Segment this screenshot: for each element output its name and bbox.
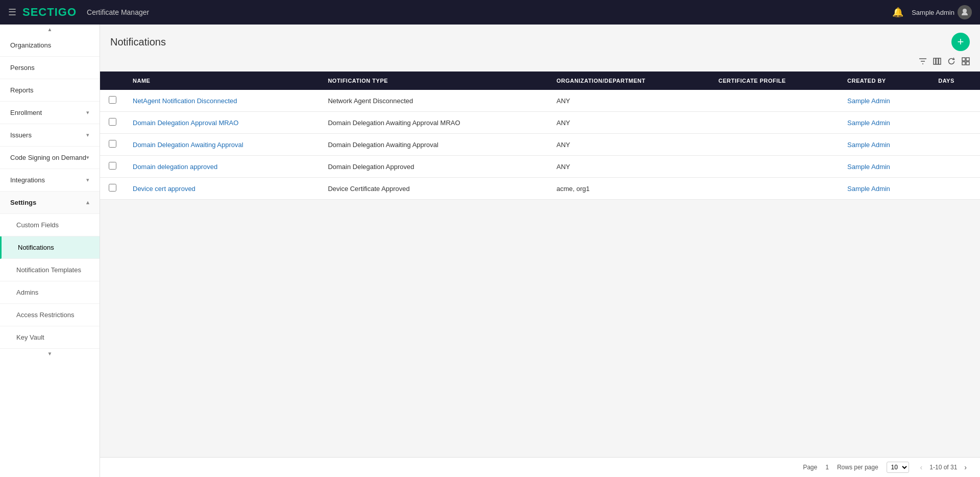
created-by-link[interactable]: Sample Admin (847, 97, 890, 105)
row-notification-type: Domain Delegation Awaiting Approval (320, 134, 548, 156)
col-cert-profile[interactable]: CERTIFICATE PROFILE (710, 71, 839, 90)
filter-icon[interactable] (919, 57, 927, 67)
sidebar-item-organizations[interactable]: Organizations (0, 34, 100, 57)
row-created-by: Sample Admin (839, 90, 930, 112)
row-checkbox-cell (100, 156, 125, 178)
chevron-down-icon: ▾ (86, 177, 89, 183)
row-checkbox-cell (100, 90, 125, 112)
sidebar-item-enrollment[interactable]: Enrollment ▾ (0, 102, 100, 124)
pagination-controls: ‹ 1-10 of 31 › (917, 462, 970, 472)
sidebar-label-settings: Settings (10, 199, 36, 206)
table-row: Device cert approvedDevice Certificate A… (100, 178, 980, 200)
row-checkbox-cell (100, 178, 125, 200)
row-org-dept: ANY (548, 112, 710, 134)
row-checkbox[interactable] (109, 118, 116, 126)
sidebar-item-integrations[interactable]: Integrations ▾ (0, 169, 100, 192)
columns-icon[interactable] (933, 57, 941, 67)
sidebar-item-issuers[interactable]: Issuers ▾ (0, 124, 100, 147)
row-name: Device cert approved (125, 178, 320, 200)
row-notification-type: Domain Delegation Approved (320, 156, 548, 178)
sidebar-item-notification-templates[interactable]: Notification Templates (0, 259, 100, 281)
row-name: Domain delegation approved (125, 156, 320, 178)
row-cert-profile (710, 134, 839, 156)
row-notification-type: Domain Delegation Awaiting Approval MRAO (320, 112, 548, 134)
next-page-button[interactable]: › (961, 462, 970, 472)
row-checkbox-cell (100, 112, 125, 134)
sidebar-label-access-restrictions: Access Restrictions (16, 311, 74, 319)
row-org-dept: ANY (548, 156, 710, 178)
sidebar-item-access-restrictions[interactable]: Access Restrictions (0, 304, 100, 326)
sidebar-item-reports[interactable]: Reports (0, 79, 100, 102)
row-cert-profile (710, 90, 839, 112)
sidebar-item-persons[interactable]: Persons (0, 57, 100, 79)
row-checkbox[interactable] (109, 162, 116, 170)
sidebar-scroll-down[interactable]: ▼ (0, 349, 100, 359)
row-cert-profile (710, 178, 839, 200)
col-days[interactable]: DAYS (930, 71, 980, 90)
top-nav: ☰ SECTIGO Certificate Manager 🔔 Sample A… (0, 0, 980, 25)
sidebar-label-persons: Persons (10, 64, 35, 71)
notification-link[interactable]: Domain Delegation Awaiting Approval (133, 141, 243, 149)
bell-icon[interactable]: 🔔 (892, 7, 903, 18)
row-checkbox-cell (100, 134, 125, 156)
sidebar-scroll-up[interactable]: ▲ (0, 25, 100, 34)
row-days (930, 90, 980, 112)
sidebar-label-integrations: Integrations (10, 176, 45, 184)
created-by-link[interactable]: Sample Admin (847, 141, 890, 149)
sidebar-label-code-signing: Code Signing on Demand (10, 154, 86, 161)
row-notification-type: Device Certificate Approved (320, 178, 548, 200)
row-created-by: Sample Admin (839, 112, 930, 134)
notification-link[interactable]: Domain Delegation Approval MRAO (133, 119, 238, 127)
table-row: NetAgent Notification DisconnectedNetwor… (100, 90, 980, 112)
rows-per-page-label: Rows per page (837, 464, 878, 471)
row-days (930, 178, 980, 200)
logo-text: SECTIGO (22, 6, 77, 19)
chevron-down-icon: ▾ (86, 132, 89, 138)
row-checkbox[interactable] (109, 96, 116, 104)
row-created-by: Sample Admin (839, 134, 930, 156)
row-name: Domain Delegation Approval MRAO (125, 112, 320, 134)
user-menu[interactable]: Sample Admin (912, 5, 972, 19)
notification-link[interactable]: NetAgent Notification Disconnected (133, 97, 237, 105)
app-body: ▲ Organizations Persons Reports Enrollme… (0, 25, 980, 477)
sidebar-item-admins[interactable]: Admins (0, 281, 100, 304)
sidebar-label-notification-templates: Notification Templates (16, 266, 81, 274)
page-number: 1 (825, 464, 829, 471)
col-name[interactable]: NAME (125, 71, 320, 90)
sidebar-label-organizations: Organizations (10, 41, 51, 49)
row-days (930, 112, 980, 134)
sidebar-item-notifications[interactable]: Notifications (0, 236, 100, 259)
row-checkbox[interactable] (109, 140, 116, 148)
rows-per-page-select[interactable]: 10 25 50 (887, 462, 909, 473)
col-org-dept[interactable]: ORGANIZATION/DEPARTMENT (548, 71, 710, 90)
row-days (930, 134, 980, 156)
prev-page-button[interactable]: ‹ (917, 462, 926, 472)
sidebar-item-settings[interactable]: Settings ▴ (0, 192, 100, 214)
page-header: Notifications + (100, 25, 980, 55)
created-by-link[interactable]: Sample Admin (847, 185, 890, 193)
hamburger-icon[interactable]: ☰ (8, 7, 16, 18)
table-body: NetAgent Notification DisconnectedNetwor… (100, 90, 980, 200)
created-by-link[interactable]: Sample Admin (847, 119, 890, 127)
col-notification-type[interactable]: NOTIFICATION TYPE (320, 71, 548, 90)
layout-icon[interactable] (962, 57, 970, 67)
page-range: 1-10 of 31 (929, 464, 957, 471)
row-checkbox[interactable] (109, 184, 116, 192)
created-by-link[interactable]: Sample Admin (847, 163, 890, 171)
sidebar-item-key-vault[interactable]: Key Vault (0, 326, 100, 349)
add-notification-button[interactable]: + (951, 33, 970, 51)
notification-link[interactable]: Domain delegation approved (133, 163, 217, 171)
sidebar-label-enrollment: Enrollment (10, 109, 42, 116)
table-row: Domain delegation approvedDomain Delegat… (100, 156, 980, 178)
notification-link[interactable]: Device cert approved (133, 185, 195, 193)
svg-point-0 (963, 9, 967, 13)
topnav-right: 🔔 Sample Admin (892, 5, 972, 19)
table-footer: Page 1 Rows per page 10 25 50 ‹ 1-10 of … (100, 457, 980, 477)
refresh-icon[interactable] (947, 57, 955, 67)
svg-rect-8 (966, 58, 969, 61)
sidebar-item-custom-fields[interactable]: Custom Fields (0, 214, 100, 236)
notifications-table-wrapper: NAME NOTIFICATION TYPE ORGANIZATION/DEPA… (100, 71, 980, 457)
sidebar-item-code-signing[interactable]: Code Signing on Demand ▾ (0, 147, 100, 169)
col-created-by[interactable]: CREATED BY (839, 71, 930, 90)
sidebar-label-notifications: Notifications (18, 244, 54, 251)
